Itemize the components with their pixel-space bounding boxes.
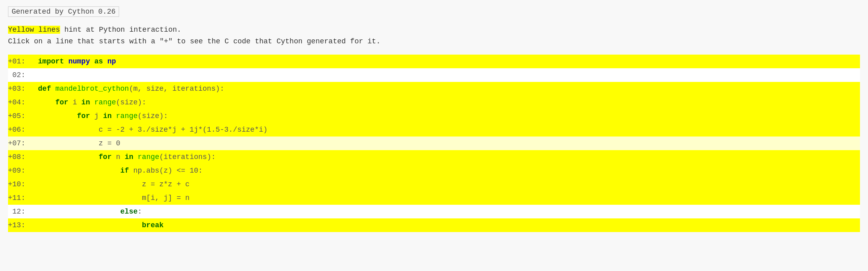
intro-line2: Click on a line that starts with a "+" t… <box>8 36 860 47</box>
header-generated-by: Generated by Cython 0.26 <box>8 6 119 17</box>
line-prefix-11[interactable]: +11: <box>8 191 32 205</box>
code-content-13: break <box>32 218 860 232</box>
plain-08b: (iterations): <box>159 153 215 161</box>
keyword-in-04: in <box>81 98 90 106</box>
code-content-10: z = z*z + c <box>32 177 860 191</box>
code-content-12: else: <box>32 205 860 218</box>
code-line-08[interactable]: +08: for n in range(iterations): <box>8 150 860 164</box>
line-prefix-09[interactable]: +09: <box>8 164 32 177</box>
code-line-01[interactable]: +01: import numpy as np <box>8 55 860 68</box>
keyword-else-12: else <box>120 208 138 216</box>
code-line-03[interactable]: +03: def mandelbrot_cython(m, size, iter… <box>8 82 860 96</box>
keyword-in-08: in <box>125 153 134 161</box>
code-content-08: for n in range(iterations): <box>32 150 860 164</box>
plain-03: (m, size, iterations): <box>129 85 225 93</box>
line-prefix-13[interactable]: +13: <box>8 218 32 232</box>
plain-11: m[i, j] = n <box>142 194 190 202</box>
main-container: Generated by Cython 0.26 Yellow lines hi… <box>0 0 868 271</box>
line-prefix-06[interactable]: +06: <box>8 123 32 137</box>
plain-09a: np.abs(z) <= 10: <box>133 167 202 175</box>
line-prefix-10[interactable]: +10: <box>8 177 32 191</box>
plain-05b: (size): <box>138 112 168 120</box>
code-content-02 <box>32 68 860 82</box>
line-prefix-12: 12: <box>8 205 32 218</box>
plain-06: c = -2 + 3./size*j + 1j*(1.5-3./size*i) <box>99 126 267 134</box>
keyword-np: np <box>107 57 116 65</box>
keyword-import: import <box>38 57 64 65</box>
line-prefix-08[interactable]: +08: <box>8 150 32 164</box>
code-content-04: for i in range(size): <box>32 96 860 109</box>
code-content-06: c = -2 + 3./size*j + 1j*(1.5-3./size*i) <box>32 123 860 137</box>
keyword-as: as <box>94 57 103 65</box>
line-prefix-04[interactable]: +04: <box>8 96 32 109</box>
yellow-lines-highlight: Yellow lines <box>8 26 60 34</box>
code-line-04[interactable]: +04: for i in range(size): <box>8 96 860 109</box>
line-prefix-07[interactable]: +07: <box>8 137 32 150</box>
code-content-11: m[i, j] = n <box>32 191 860 205</box>
code-line-05[interactable]: +05: for j in range(size): <box>8 109 860 123</box>
plain-08a: n <box>116 153 120 161</box>
intro-line1-rest: hint at Python interaction. <box>60 26 181 34</box>
plain-10: z = z*z + c <box>142 180 190 188</box>
code-area: +01: import numpy as np 02: +03: def man… <box>8 55 860 232</box>
code-content-01: import numpy as np <box>32 55 860 68</box>
keyword-if-09: if <box>120 167 129 175</box>
keyword-numpy: numpy <box>68 57 90 65</box>
code-line-10[interactable]: +10: z = z*z + c <box>8 177 860 191</box>
line-prefix-02: 02: <box>8 68 32 82</box>
fn-range-08: range <box>138 153 159 161</box>
keyword-in-05: in <box>103 112 112 120</box>
code-content-03: def mandelbrot_cython(m, size, iteration… <box>32 82 860 96</box>
code-line-07[interactable]: +07: z = 0 <box>8 137 860 150</box>
code-content-09: if np.abs(z) <= 10: <box>32 164 860 177</box>
keyword-break-13: break <box>142 221 164 229</box>
code-line-09[interactable]: +09: if np.abs(z) <= 10: <box>8 164 860 177</box>
keyword-for-04: for <box>55 98 68 106</box>
fn-range-04: range <box>94 98 116 106</box>
plain-07: z = 0 <box>99 139 120 147</box>
fn-range-05: range <box>116 112 138 120</box>
code-line-13[interactable]: +13: break <box>8 218 860 232</box>
keyword-for-08: for <box>99 153 111 161</box>
keyword-for-05: for <box>77 112 90 120</box>
code-line-11[interactable]: +11: m[i, j] = n <box>8 191 860 205</box>
intro-line1: Yellow lines hint at Python interaction. <box>8 24 860 36</box>
line-prefix-05[interactable]: +05: <box>8 109 32 123</box>
intro-block: Yellow lines hint at Python interaction.… <box>8 24 860 47</box>
fn-mandelbrot: mandelbrot_cython <box>55 85 129 93</box>
plain-04b: (size): <box>116 98 146 106</box>
code-content-05: for j in range(size): <box>32 109 860 123</box>
plain-12: : <box>138 208 142 216</box>
plain-04a: i <box>73 98 77 106</box>
plain-05a: j <box>94 112 99 120</box>
code-line-02: 02: <box>8 68 860 82</box>
header-text: Generated by Cython 0.26 <box>12 8 115 16</box>
keyword-def: def <box>38 85 51 93</box>
code-line-06[interactable]: +06: c = -2 + 3./size*j + 1j*(1.5-3./siz… <box>8 123 860 137</box>
code-line-12: 12: else: <box>8 205 860 218</box>
line-prefix-03[interactable]: +03: <box>8 82 32 96</box>
line-prefix-01[interactable]: +01: <box>8 55 32 68</box>
code-content-07: z = 0 <box>32 137 860 150</box>
